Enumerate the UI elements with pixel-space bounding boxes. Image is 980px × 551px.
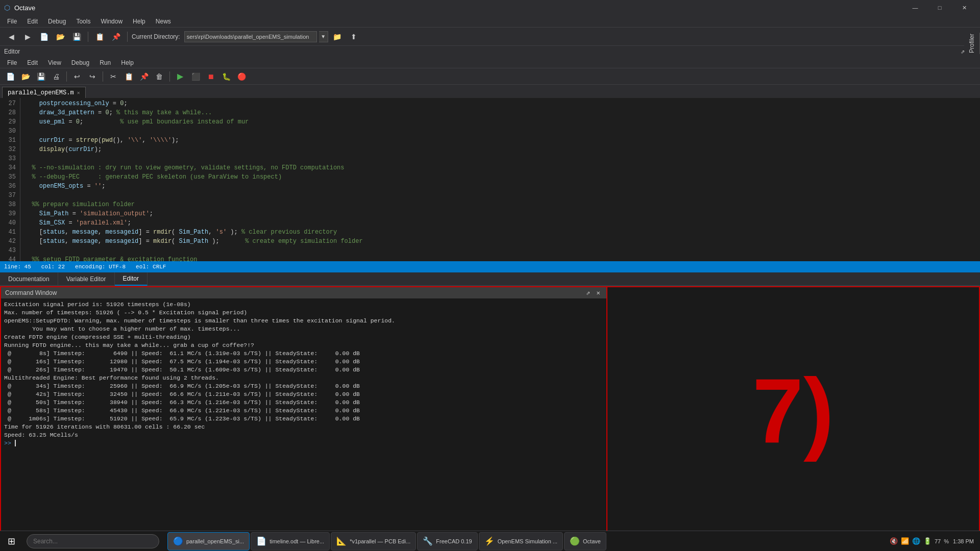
- editor-tab-bar: parallel_openEMS.m ✕: [0, 85, 980, 98]
- sep1: [88, 32, 88, 42]
- toolbar-back[interactable]: ◀: [4, 30, 18, 44]
- menu-help[interactable]: Help: [128, 17, 151, 26]
- toolbar-new[interactable]: 📄: [37, 30, 51, 44]
- network-icon[interactable]: 🌐: [912, 537, 920, 545]
- minimize-button[interactable]: —: [903, 0, 927, 15]
- title-bar: ⬡ Octave — □ ✕: [0, 0, 980, 15]
- toolbar-paste[interactable]: 📌: [109, 30, 123, 44]
- close-button[interactable]: ✕: [952, 0, 976, 15]
- editor-open-btn[interactable]: 📂: [18, 69, 33, 84]
- menu-tools[interactable]: Tools: [71, 17, 95, 26]
- menu-edit[interactable]: Edit: [22, 17, 43, 26]
- editor-delete-btn[interactable]: 🗑: [152, 69, 166, 84]
- code-area[interactable]: 27282930 31323334 35363738 39404142 4344…: [0, 98, 980, 261]
- command-window-title: Command Window: [5, 289, 57, 296]
- tray-percent-sign: %: [944, 538, 949, 544]
- code-content[interactable]: postprocessing_only = 0; draw_3d_pattern…: [20, 98, 980, 261]
- toolbar-open[interactable]: 📂: [53, 30, 67, 44]
- command-window-wrapper: Command Window ⇗ ✕ Excitation signal per…: [0, 286, 980, 536]
- taskbar-item-1[interactable]: 📄 timeline.odt — Libre...: [251, 532, 330, 550]
- editor-menu-debug[interactable]: Debug: [66, 58, 94, 67]
- profiler-label[interactable]: Profiler: [964, 33, 980, 54]
- command-window[interactable]: Command Window ⇗ ✕ Excitation signal per…: [0, 286, 607, 536]
- toolbar-forward[interactable]: ▶: [20, 30, 35, 44]
- editor-menu-edit[interactable]: Edit: [22, 58, 43, 67]
- battery-icon[interactable]: 🔋: [923, 537, 932, 545]
- main-toolbar: ◀ ▶ 📄 📂 💾 📋 📌 Current Directory: ▼ 📁 ⬆: [0, 28, 980, 46]
- taskbar-label-5: Octave: [583, 538, 601, 544]
- editor-copy-btn[interactable]: 📋: [121, 69, 136, 84]
- current-dir-input[interactable]: [184, 31, 317, 42]
- line-numbers: 27282930 31323334 35363738 39404142 4344…: [0, 98, 20, 261]
- editor-redo-btn[interactable]: ↪: [85, 69, 100, 84]
- editor-menu-run[interactable]: Run: [94, 58, 116, 67]
- main-menu-bar: File Edit Debug Tools Window Help News: [0, 15, 980, 28]
- taskbar-right: 🔇 📶 🌐 🔋 77 % 1:38 PM: [884, 537, 980, 545]
- taskbar-item-0[interactable]: 🔵 parallel_openEMS_si...: [167, 532, 250, 550]
- big-number: 7): [752, 358, 834, 464]
- taskbar-item-5[interactable]: 🟢 Octave: [564, 532, 606, 550]
- window-controls: — □ ✕: [903, 0, 976, 15]
- tray-icon-1[interactable]: 📶: [901, 537, 909, 545]
- editor-abort-btn[interactable]: ⏹: [204, 69, 218, 84]
- start-button[interactable]: ⊞: [0, 531, 22, 552]
- editor-save-btn[interactable]: 💾: [34, 69, 48, 84]
- editor-new-btn[interactable]: 📄: [3, 69, 17, 84]
- maximize-button[interactable]: □: [928, 0, 951, 15]
- taskbar-item-2[interactable]: 📐 *v1parallel — PCB Edi...: [331, 532, 416, 550]
- tray-icon-0[interactable]: 🔇: [890, 537, 898, 545]
- menu-news[interactable]: News: [151, 17, 176, 26]
- editor-print-btn[interactable]: 🖨: [49, 69, 63, 84]
- editor-title: Editor: [4, 48, 20, 55]
- editor-stop-btn[interactable]: ⬛: [188, 69, 203, 84]
- taskbar-item-3[interactable]: 🔧 FreeCAD 0.19: [417, 532, 477, 550]
- toolbar-browse[interactable]: 📁: [330, 30, 345, 44]
- dir-dropdown-btn[interactable]: ▼: [319, 31, 328, 42]
- sys-tray: 🔇 📶 🌐 🔋 77 %: [890, 537, 949, 545]
- taskbar-item-4[interactable]: ⚡ OpenEMS Simulation ...: [479, 532, 563, 550]
- taskbar: ⊞ 🔵 parallel_openEMS_si... 📄 timeline.od…: [0, 531, 980, 551]
- taskbar-icon-3: 🔧: [423, 536, 433, 546]
- command-window-close[interactable]: ✕: [594, 289, 602, 297]
- editor-menu-bar: File Edit View Debug Run Help: [0, 57, 980, 68]
- clock[interactable]: 1:38 PM: [953, 538, 974, 544]
- editor-toolbar: 📄 📂 💾 🖨 ↩ ↪ ✂ 📋 📌 🗑 ▶ ⬛ ⏹ 🐛 🔴: [0, 68, 980, 85]
- editor-cut-btn[interactable]: ✂: [106, 69, 120, 84]
- editor-menu-help[interactable]: Help: [116, 58, 139, 67]
- dock-tab-editor[interactable]: Editor: [115, 272, 148, 286]
- dock-tab-documentation[interactable]: Documentation: [0, 272, 58, 286]
- status-eol: eol: CRLF: [136, 264, 166, 270]
- editor-undo-btn[interactable]: ↩: [70, 69, 84, 84]
- sep3: [66, 71, 67, 82]
- editor-menu-file[interactable]: File: [2, 58, 22, 67]
- menu-file[interactable]: File: [2, 17, 22, 26]
- taskbar-label-1: timeline.odt — Libre...: [270, 538, 324, 544]
- editor-menu-view[interactable]: View: [43, 58, 66, 67]
- editor-debug-btn[interactable]: 🐛: [219, 69, 233, 84]
- dock-tab-variable-editor[interactable]: Variable Editor: [58, 272, 115, 286]
- status-line: line: 45: [4, 264, 31, 270]
- command-window-undock[interactable]: ⇗: [584, 289, 592, 297]
- editor-stop2-btn[interactable]: 🔴: [234, 69, 249, 84]
- menu-debug[interactable]: Debug: [43, 17, 71, 26]
- status-col: col: 22: [41, 264, 65, 270]
- toolbar-folder-up[interactable]: ⬆: [347, 30, 361, 44]
- editor-section: Editor ⇗ ✕ File Edit View Debug Run Help…: [0, 46, 980, 286]
- status-encoding: encoding: UTF-8: [75, 264, 126, 270]
- tab-close-btn[interactable]: ✕: [77, 90, 80, 96]
- editor-run-btn[interactable]: ▶: [173, 69, 187, 84]
- editor-paste-btn[interactable]: 📌: [137, 69, 151, 84]
- editor-status-bar: line: 45 col: 22 encoding: UTF-8 eol: CR…: [0, 261, 980, 272]
- current-dir-label: Current Directory:: [132, 33, 180, 40]
- tray-percent: 77: [935, 538, 941, 544]
- taskbar-label-2: *v1parallel — PCB Edi...: [350, 538, 410, 544]
- toolbar-save[interactable]: 💾: [69, 30, 84, 44]
- editor-tab-main[interactable]: parallel_openEMS.m ✕: [2, 87, 86, 98]
- taskbar-search[interactable]: [27, 534, 159, 548]
- taskbar-label-4: OpenEMS Simulation ...: [498, 538, 557, 544]
- command-window-header: Command Window ⇗ ✕: [1, 287, 606, 298]
- taskbar-icon-4: ⚡: [484, 536, 495, 546]
- toolbar-copy[interactable]: 📋: [92, 30, 107, 44]
- menu-window[interactable]: Window: [95, 17, 128, 26]
- command-window-content: Excitation signal period is: 51926 times…: [1, 298, 606, 535]
